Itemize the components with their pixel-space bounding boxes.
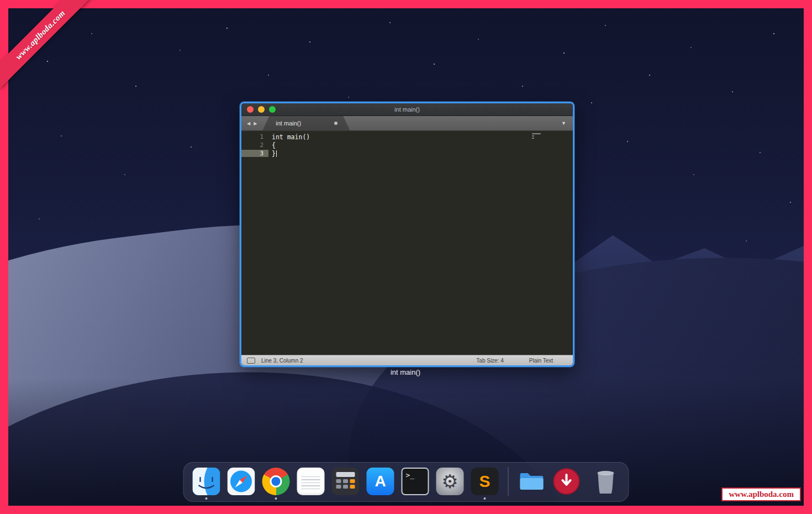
dock-item-finder[interactable] xyxy=(193,468,220,495)
terminal-icon: >_ xyxy=(402,468,429,495)
status-right: Tab Size: 4 Plain Text xyxy=(476,358,567,364)
textedit-icon xyxy=(297,468,325,495)
editor-area[interactable]: 1 int main() 2 { 3 } xyxy=(241,131,573,355)
status-bar: Line 3, Column 2 Tab Size: 4 Plain Text xyxy=(241,355,573,365)
cursor-position-status: Line 3, Column 2 xyxy=(261,358,303,364)
tab-bar: ◀ ▶ int main() ▼ xyxy=(241,116,573,131)
code-text: } xyxy=(268,150,276,158)
running-indicator xyxy=(275,497,277,500)
sublime-text-window: int main() ◀ ▶ int main() ▼ 1 int main()… xyxy=(240,102,574,367)
close-button[interactable] xyxy=(247,106,254,113)
traffic-lights xyxy=(247,106,276,113)
dock-item-calculator[interactable] xyxy=(332,468,360,495)
line-number: 3 xyxy=(241,150,268,157)
minimize-button[interactable] xyxy=(258,106,265,113)
tab-int-main[interactable]: int main() xyxy=(262,116,350,130)
code-text: int main() xyxy=(268,133,310,141)
wallpaper-stars xyxy=(8,8,9,9)
dock-item-safari[interactable] xyxy=(228,468,255,495)
dock-item-terminal[interactable]: >_ xyxy=(402,468,429,495)
downloads-icon xyxy=(553,468,581,495)
tab-size-menu[interactable]: Tab Size: 4 xyxy=(476,358,503,364)
code-line-3: 3 } xyxy=(241,149,573,158)
vintage-mode-icon[interactable] xyxy=(247,358,255,364)
tab-list-dropdown-icon[interactable]: ▼ xyxy=(561,116,566,130)
calculator-icon xyxy=(332,468,360,495)
dock: A >_ ⚙ S xyxy=(183,462,629,502)
safari-icon xyxy=(228,468,255,495)
tab-back-icon[interactable]: ◀ xyxy=(247,121,250,126)
desktop: int main() ◀ ▶ int main() ▼ 1 int main()… xyxy=(8,8,804,506)
running-indicator xyxy=(484,497,486,500)
code-line-2: 2 { xyxy=(241,141,573,149)
window-caption: int main() xyxy=(240,368,571,376)
line-number: 1 xyxy=(241,133,268,140)
window-titlebar[interactable]: int main() xyxy=(241,103,573,116)
app-store-icon: A xyxy=(367,468,394,495)
tab-label: int main() xyxy=(276,120,301,127)
tab-nav: ◀ ▶ xyxy=(241,116,261,130)
watermark-badge: www.aplboda.com xyxy=(721,487,801,501)
finder-icon xyxy=(193,468,220,495)
running-indicator xyxy=(205,497,208,500)
dock-item-folder[interactable] xyxy=(518,468,546,495)
dock-item-downloads[interactable] xyxy=(553,468,581,495)
trash-icon xyxy=(592,468,620,495)
folder-icon xyxy=(518,468,546,495)
dock-item-sublime-text[interactable]: S xyxy=(471,468,499,495)
tab-forward-icon[interactable]: ▶ xyxy=(254,121,257,126)
chrome-icon xyxy=(262,468,290,495)
tab-modified-indicator[interactable] xyxy=(334,122,338,125)
code-text: { xyxy=(268,141,276,149)
dock-item-trash[interactable] xyxy=(592,468,620,495)
zoom-button[interactable] xyxy=(269,106,276,113)
dock-item-app-store[interactable]: A xyxy=(367,468,394,495)
code-line-1: 1 int main() xyxy=(241,133,573,141)
dock-item-textedit[interactable] xyxy=(297,468,325,495)
window-title: int main() xyxy=(394,106,420,113)
line-number: 2 xyxy=(241,141,268,149)
dock-item-system-preferences[interactable]: ⚙ xyxy=(436,468,464,495)
dock-item-chrome[interactable] xyxy=(262,468,290,495)
syntax-menu[interactable]: Plain Text xyxy=(529,358,553,364)
minimap[interactable] xyxy=(532,133,541,139)
system-preferences-gear-icon: ⚙ xyxy=(436,468,464,495)
dock-separator xyxy=(508,467,509,496)
sublime-text-icon: S xyxy=(471,468,499,495)
text-cursor xyxy=(276,150,277,157)
